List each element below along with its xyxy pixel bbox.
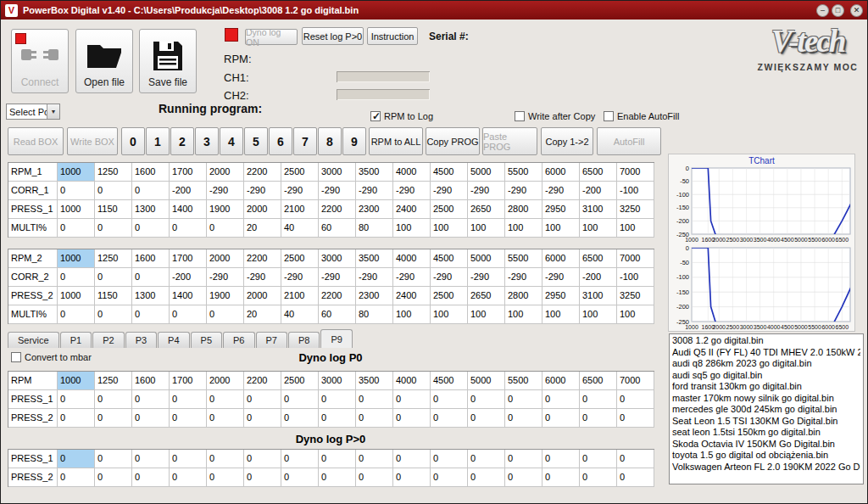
table-cell[interactable]: 3250	[617, 200, 654, 219]
table-cell[interactable]: 6000	[542, 163, 580, 182]
table-cell[interactable]: 0	[58, 219, 95, 238]
digit-button-3[interactable]: 3	[195, 127, 219, 155]
connect-button[interactable]: Connect	[11, 29, 69, 93]
table-cell[interactable]: 100	[468, 219, 505, 238]
table-cell[interactable]: 4000	[393, 249, 431, 268]
file-item[interactable]: mercedes gle 300d 245km go digital.bin	[672, 404, 860, 416]
table-cell[interactable]: -290	[207, 268, 244, 287]
table-cell[interactable]: -290	[468, 182, 505, 200]
table-cell[interactable]: -290	[468, 268, 505, 287]
table-cell[interactable]: 2200	[319, 200, 356, 219]
table-cell[interactable]: 0	[505, 390, 542, 409]
paste-prog-button[interactable]: Paste PROG	[482, 127, 537, 155]
table-cell[interactable]: 0	[393, 409, 431, 428]
table-cell[interactable]: 0	[170, 468, 207, 487]
file-item[interactable]: ford transit 130km go digital.bin	[672, 381, 860, 393]
file-item[interactable]: 3008 1.2 go digital.bin	[672, 335, 860, 347]
tab-p2[interactable]: P2	[92, 332, 124, 348]
table-cell[interactable]: 0	[244, 450, 281, 468]
digit-button-6[interactable]: 6	[269, 127, 292, 155]
table-cell[interactable]: -290	[319, 182, 356, 200]
table-cell[interactable]: 3000	[319, 249, 356, 268]
file-item[interactable]: audi sq5 go digital.bin	[672, 370, 860, 382]
tab-p9[interactable]: P9	[320, 329, 352, 348]
table-cell[interactable]: 0	[207, 305, 244, 324]
table-cell[interactable]: 100	[393, 219, 431, 238]
table-cell[interactable]: 100	[393, 305, 431, 324]
table-cell[interactable]: 0	[170, 390, 207, 409]
table-cell[interactable]: 0	[132, 219, 170, 238]
file-item[interactable]: Volkswagen Arteon FL 2.0 190KM 2022 Go D…	[672, 462, 860, 473]
table-cell[interactable]: 2000	[244, 287, 281, 305]
table-cell[interactable]: 0	[356, 450, 393, 468]
table-cell[interactable]: 2800	[505, 200, 542, 219]
table-cell[interactable]: 2200	[244, 163, 281, 182]
table-cell[interactable]: 0	[132, 450, 170, 468]
table-cell[interactable]: 0	[542, 450, 580, 468]
minimize-button[interactable]: –	[816, 4, 829, 17]
table-cell[interactable]: -290	[244, 182, 281, 200]
table-cell[interactable]: 0	[95, 182, 132, 200]
tab-p6[interactable]: P6	[223, 332, 254, 348]
table-cell[interactable]: 2200	[244, 249, 281, 268]
table-cell[interactable]: 5000	[468, 372, 505, 390]
table-cell[interactable]: -290	[505, 268, 542, 287]
table-cell[interactable]: 0	[132, 182, 170, 200]
table-cell[interactable]: 6000	[542, 249, 580, 268]
table-cell[interactable]: 3500	[356, 249, 393, 268]
digit-button-9[interactable]: 9	[342, 127, 366, 155]
table-cell[interactable]: 2200	[244, 372, 281, 390]
file-item[interactable]: toyota 1.5 go digital od obciążenia.bin	[672, 450, 860, 462]
table-cell[interactable]: 0	[617, 409, 654, 428]
table-cell[interactable]: -290	[542, 268, 580, 287]
file-item[interactable]: seat leon 1.5tsi 150km go digital.bin	[672, 427, 860, 439]
table-cell[interactable]: 0	[468, 390, 505, 409]
table-cell[interactable]: 0	[356, 409, 393, 428]
table-cell[interactable]: 2000	[244, 200, 281, 219]
table-cell[interactable]: 1000	[58, 200, 95, 219]
table-cell[interactable]: -290	[431, 182, 468, 200]
file-list[interactable]: 3008 1.2 go digital.binAudi Q5 II (FY FL…	[669, 333, 864, 484]
table-cell[interactable]: -200	[170, 182, 207, 200]
port-select[interactable]: Select Port ▼	[6, 104, 60, 120]
table-cell[interactable]: 5000	[468, 249, 505, 268]
table-cell[interactable]: 2000	[207, 249, 244, 268]
table-cell[interactable]: 6500	[580, 249, 617, 268]
table-cell[interactable]: 1300	[132, 287, 170, 305]
table-cell[interactable]: 0	[58, 390, 95, 409]
table-cell[interactable]: 1400	[170, 287, 207, 305]
digit-button-7[interactable]: 7	[293, 127, 317, 155]
table-cell[interactable]: 5500	[505, 372, 542, 390]
table-cell[interactable]: 0	[95, 468, 132, 487]
open-file-button[interactable]: Open file	[75, 29, 133, 93]
table-cell[interactable]: 100	[505, 219, 542, 238]
table-cell[interactable]: 5500	[505, 249, 542, 268]
table-cell[interactable]: 2000	[207, 372, 244, 390]
table-cell[interactable]: 0	[170, 305, 207, 324]
table-cell[interactable]: 0	[58, 305, 95, 324]
table-cell[interactable]: -290	[281, 182, 319, 200]
table-cell[interactable]: 0	[468, 409, 505, 428]
table-cell[interactable]: 40	[281, 219, 319, 238]
table-cell[interactable]: 100	[617, 219, 654, 238]
table-cell[interactable]: 100	[542, 219, 580, 238]
table-cell[interactable]: 5000	[468, 163, 505, 182]
digit-button-8[interactable]: 8	[318, 127, 342, 155]
table-cell[interactable]: -100	[617, 182, 654, 200]
table-cell[interactable]: 0	[170, 409, 207, 428]
table-cell[interactable]: 1700	[170, 249, 207, 268]
table-cell[interactable]: 2400	[393, 200, 431, 219]
table-cell[interactable]: 0	[244, 468, 281, 487]
table-cell[interactable]: 0	[505, 409, 542, 428]
table-cell[interactable]: 3000	[319, 163, 356, 182]
table-cell[interactable]: 0	[617, 450, 654, 468]
table-cell[interactable]: 0	[207, 409, 244, 428]
table-cell[interactable]: 2500	[281, 372, 319, 390]
table-cell[interactable]: 80	[356, 305, 393, 324]
table-cell[interactable]: -290	[356, 182, 393, 200]
table-cell[interactable]: 1250	[95, 249, 132, 268]
table-cell[interactable]: 2950	[542, 287, 580, 305]
digit-button-4[interactable]: 4	[220, 127, 243, 155]
table-cell[interactable]: 1900	[207, 287, 244, 305]
digit-button-1[interactable]: 1	[146, 127, 170, 155]
